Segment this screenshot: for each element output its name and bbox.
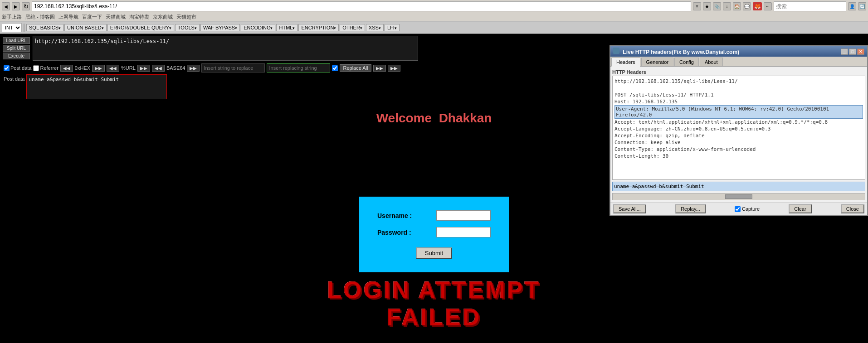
int-select[interactable]: INT <box>2 23 22 32</box>
back-button[interactable]: ◀ <box>2 2 10 10</box>
panel-tabs: Headers Generator Config About <box>610 57 867 67</box>
address-bar[interactable] <box>32 1 691 11</box>
url-input[interactable]: http://192.168.162.135/sqli-libs/Less-11… <box>33 36 418 61</box>
bm-shangwangdaohang[interactable]: 上网导航 <box>59 14 78 20</box>
bm-taobao[interactable]: 淘宝特卖 <box>129 14 149 20</box>
header-line-blank <box>614 85 863 92</box>
bm-tianmao[interactable]: 天猫商城 <box>106 14 126 20</box>
percent-arrow-left[interactable]: ◀◀ <box>107 65 119 72</box>
replay-button[interactable]: Replay... <box>675 204 706 213</box>
username-input[interactable] <box>436 210 491 221</box>
execute-button[interactable]: Execute <box>3 53 30 59</box>
lfi-btn[interactable]: LFI <box>385 24 400 31</box>
capture-checkbox[interactable] <box>735 206 741 212</box>
header-line-accept-enc: Accept-Encoding: gzip, deflate <box>614 132 863 139</box>
header-line-content-type: Content-Type: application/x-www-form-url… <box>614 146 863 153</box>
bm-heijue[interactable]: 黑绝 - 博客园 <box>25 14 55 20</box>
union-based-btn[interactable]: UNION BASED <box>64 24 107 31</box>
bm-jd[interactable]: 京东商城 <box>153 14 173 20</box>
post-data-checkbox[interactable] <box>4 65 10 71</box>
capture-checkbox-label[interactable]: Capture <box>735 206 760 212</box>
error-double-btn[interactable]: ERROR/DOUBLE QUERY <box>107 24 174 31</box>
referrer-checkbox[interactable] <box>33 65 39 71</box>
tab-about[interactable]: About <box>700 58 723 66</box>
percent-label: %URL <box>121 65 136 71</box>
chat-button[interactable]: 💬 <box>743 2 751 10</box>
hex-arrow-left[interactable]: ◀◀ <box>60 65 73 72</box>
refresh-button[interactable]: ↻ <box>22 2 30 10</box>
panel-close-btn[interactable]: ✕ <box>857 48 864 55</box>
bm-tianmaocc[interactable]: 天猫超市 <box>176 14 196 20</box>
post-data-input[interactable]: uname=a&passwd=b&submit=Submit <box>26 74 167 99</box>
password-label: Password : <box>377 229 411 236</box>
panel-maximize-btn[interactable]: □ <box>849 48 856 55</box>
percent-arrow-right[interactable]: ▶▶ <box>137 65 150 72</box>
replace-all-checkbox[interactable] <box>332 65 338 71</box>
go-button[interactable]: ▼ <box>693 2 701 10</box>
bookmark-button[interactable]: 📎 <box>713 2 721 10</box>
encryption-btn[interactable]: ENCRYPTION <box>298 24 339 31</box>
hex-arrow-right[interactable]: ▶▶ <box>92 65 105 72</box>
replacing-string-input[interactable] <box>267 63 330 72</box>
replace-arrow-right1[interactable]: ▶▶ <box>373 65 386 72</box>
bm-xinshoushanglu[interactable]: 新手上路 <box>2 14 22 20</box>
horizontal-scrollbar[interactable] <box>612 193 865 200</box>
sql-basics-btn[interactable]: SQL BASICS <box>26 24 63 31</box>
panel-body: HTTP Headers http://192.168.162.135/sqli… <box>610 67 867 202</box>
replace-arrow-right2[interactable]: ▶▶ <box>388 65 400 72</box>
replace-string-input[interactable] <box>201 63 265 72</box>
welcome-text: Welcome Dhakkan <box>376 111 492 126</box>
tab-generator[interactable]: Generator <box>641 58 674 66</box>
post-body-input[interactable] <box>612 182 865 191</box>
scrollbar-thumb[interactable] <box>725 194 752 199</box>
download-button[interactable]: ↓ <box>723 2 731 10</box>
replace-all-button[interactable]: Replace All <box>340 64 371 72</box>
base64-arrow-left[interactable]: ◀◀ <box>152 65 165 72</box>
split-url-button[interactable]: Split URL <box>3 45 30 52</box>
star-button[interactable]: ★ <box>703 2 711 10</box>
home-button[interactable]: 🏠 <box>733 2 741 10</box>
panel-footer: Save All... Replay... Capture Clear Clos… <box>610 202 867 215</box>
headers-list: http://192.168.162.135/sqli-libs/Less-11… <box>612 76 865 180</box>
base64-arrow-right[interactable]: ▶▶ <box>187 65 200 72</box>
close-panel-button[interactable]: Close <box>841 204 864 213</box>
other-btn[interactable]: OTHER <box>340 24 365 31</box>
header-line-url: http://192.168.162.135/sqli-libs/Less-11… <box>614 78 863 85</box>
header-line-useragent[interactable]: User-Agent: Mozilla/5.0 (Windows NT 6.1;… <box>614 105 863 119</box>
post-data-checkbox-label[interactable]: Post data <box>4 65 31 71</box>
header-line-host: Host: 192.168.162.135 <box>614 98 863 105</box>
http-headers-panel: Live HTTP headers(Fix By www.Danyial.com… <box>610 45 868 216</box>
username-label: Username : <box>377 212 412 219</box>
panel-icon <box>613 48 619 54</box>
xss-btn[interactable]: XSS <box>366 24 384 31</box>
tab-config[interactable]: Config <box>674 58 699 66</box>
forward-button[interactable]: ▶ <box>12 2 20 10</box>
menu-button[interactable]: ··· <box>764 2 772 10</box>
header-line-connection: Connection: keep-alive <box>614 139 863 146</box>
submit-button[interactable]: Submit <box>416 247 452 259</box>
header-line-accept: Accept: text/html,application/xhtml+xml,… <box>614 119 863 126</box>
post-data-label: Post data <box>4 74 24 82</box>
user-icon[interactable]: 👤 <box>848 2 856 10</box>
panel-minimize-btn[interactable]: _ <box>841 48 848 55</box>
encoding-btn[interactable]: ENCODING <box>241 24 275 31</box>
base64-label: BASE64 <box>166 65 185 71</box>
load-url-button[interactable]: Load URL <box>3 37 30 44</box>
clear-button[interactable]: Clear <box>789 204 811 213</box>
http-headers-label: HTTP Headers <box>612 68 865 76</box>
search-input[interactable] <box>774 1 846 11</box>
replace-all-checkbox-label[interactable] <box>332 65 338 71</box>
tools-btn[interactable]: TOOLS <box>175 24 200 31</box>
header-line-content-length: Content-Length: 30 <box>614 153 863 159</box>
bm-baidu[interactable]: 百度一下 <box>82 14 102 20</box>
tab-headers[interactable]: Headers <box>611 58 640 67</box>
waf-bypass-btn[interactable]: WAF BYPASS <box>200 24 240 31</box>
referrer-checkbox-label[interactable]: Referrer <box>33 65 58 71</box>
post-body-row <box>612 182 865 191</box>
firefox-icon: 🦊 <box>753 2 762 10</box>
password-input[interactable] <box>436 227 491 237</box>
save-all-button[interactable]: Save All... <box>613 204 646 213</box>
hex-label: 0xHEX <box>75 65 90 71</box>
sync-icon[interactable]: 🔄 <box>858 2 866 10</box>
html-btn[interactable]: HTML <box>276 24 297 31</box>
